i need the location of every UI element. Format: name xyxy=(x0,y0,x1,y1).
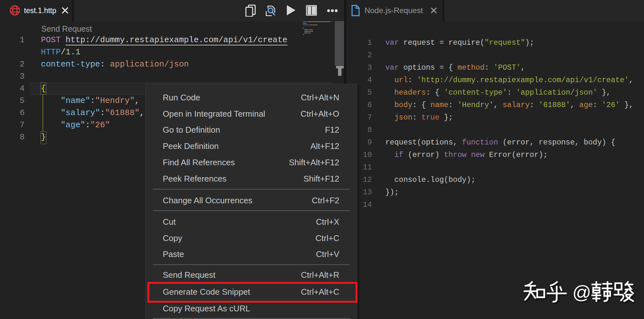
svg-text:@: @ xyxy=(572,282,591,302)
